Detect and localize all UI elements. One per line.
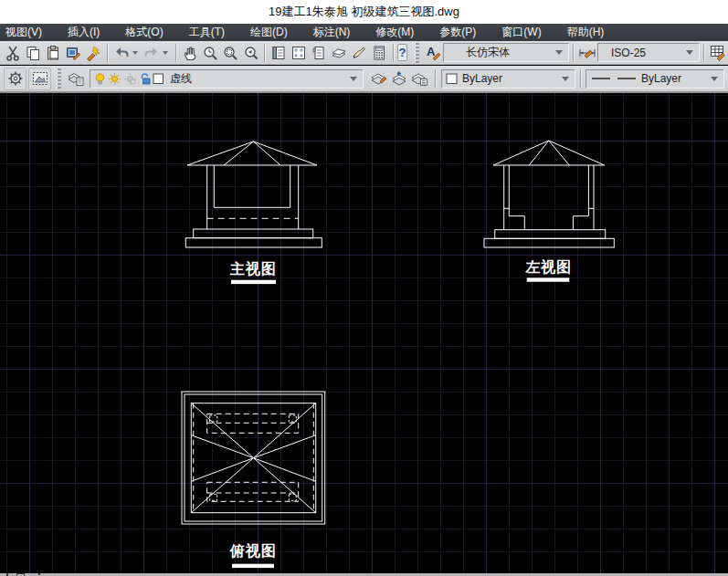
layer-on-bulb-icon[interactable] (94, 72, 106, 86)
menu-insert[interactable]: 插入(I) (55, 24, 112, 41)
table-style-icon[interactable] (708, 43, 728, 63)
left-view-label[interactable]: 左视图 (524, 258, 572, 276)
drawing-canvas[interactable]: 主视图 (0, 93, 728, 573)
menu-view[interactable]: 视图(V) (0, 24, 55, 41)
toolbar-separator (580, 69, 581, 88)
toolbar-grip[interactable] (415, 43, 419, 63)
color-combo[interactable]: ByLayer (441, 69, 575, 89)
zoom-realtime-icon[interactable] (200, 43, 220, 63)
toolbar-separator (703, 44, 704, 62)
design-center-icon[interactable] (289, 43, 309, 63)
menu-format[interactable]: 格式(O) (112, 24, 175, 41)
status-strip-mark (38, 573, 40, 575)
pan-icon[interactable] (180, 43, 200, 63)
undo-icon[interactable] (111, 43, 132, 63)
toolbar-separator (107, 44, 108, 62)
dim-style-combo[interactable]: ISO-25 (597, 43, 700, 62)
toolbar-separator (264, 44, 265, 62)
layer-properties-manager-icon[interactable] (66, 68, 86, 89)
text-style-combo-value: 长仿宋体 (444, 45, 555, 60)
chevron-down-icon (711, 77, 718, 81)
left-view-label-underline (527, 278, 570, 281)
menu-parametric[interactable]: 参数(P) (427, 24, 489, 41)
toolbar-separator (573, 44, 574, 62)
sheet-set-manager-icon[interactable] (329, 43, 349, 63)
menu-dimension[interactable]: 标注(N) (301, 24, 364, 41)
toolbar-separator (435, 69, 436, 88)
layer-previous-icon[interactable] (389, 68, 409, 89)
application-window: 19建工1朱泰旭 初级建筑三视图.dwg 视图(V) 插入(I) 格式(O) 工… (0, 0, 728, 576)
quick-calc-icon[interactable] (369, 43, 389, 63)
front-view-label-underline (231, 280, 276, 284)
layer-thaw-sun-icon[interactable] (108, 72, 121, 86)
properties-palette-icon[interactable] (269, 43, 289, 63)
front-view-drawing[interactable] (185, 141, 322, 247)
paste-special-icon[interactable] (63, 43, 83, 63)
left-view-drawing[interactable] (484, 141, 614, 247)
layer-viewport-freeze-icon[interactable] (123, 72, 137, 86)
match-properties-icon[interactable] (83, 43, 103, 63)
dim-style-icon[interactable] (577, 43, 597, 63)
chevron-down-icon (555, 50, 563, 55)
workspace-gear-icon[interactable] (4, 68, 26, 90)
title-bar: 19建工1朱泰旭 初级建筑三视图.dwg (0, 0, 728, 24)
tool-palettes-icon[interactable] (309, 43, 329, 63)
toolbar-separator (393, 44, 394, 62)
layer-unlock-icon[interactable] (139, 72, 151, 86)
front-view-label[interactable]: 主视图 (229, 260, 277, 278)
text-style-combo[interactable]: 长仿宋体 (443, 43, 569, 62)
linetype-combo-value: ByLayer (638, 72, 711, 85)
layers-toolbar: 虚线 ByLayer ByLayer (0, 66, 728, 93)
zoom-previous-icon[interactable] (240, 43, 260, 63)
linetype-sample-icon (590, 74, 638, 83)
dim-style-combo-value: ISO-25 (598, 47, 686, 59)
cad-drawing[interactable]: 主视图 (0, 93, 728, 573)
layer-combo[interactable]: 虚线 (90, 69, 364, 89)
layer-color-swatch[interactable] (153, 73, 164, 85)
undo-dropdown-caret[interactable] (132, 51, 138, 55)
menu-draw[interactable]: 绘图(D) (237, 24, 301, 41)
color-swatch (446, 73, 459, 85)
chevron-down-icon (686, 50, 693, 55)
copy-icon[interactable] (23, 43, 43, 63)
cut-icon[interactable] (3, 43, 23, 63)
top-view-label[interactable]: 俯视图 (229, 542, 277, 560)
standard-toolbar: ? A 长仿宋体 ISO-25 (0, 41, 728, 65)
plot-preview-icon[interactable] (28, 68, 51, 90)
linetype-combo[interactable]: ByLayer (586, 69, 724, 89)
svg-text:A: A (427, 45, 436, 58)
toolbar-separator (175, 44, 176, 62)
top-view-label-underline (232, 564, 274, 568)
layer-states-icon[interactable] (409, 68, 429, 89)
markup-icon[interactable] (349, 43, 369, 63)
help-icon[interactable]: ? (397, 44, 407, 61)
chevron-down-icon (562, 77, 569, 81)
menu-modify[interactable]: 修改(M) (363, 24, 427, 41)
redo-icon[interactable] (142, 43, 162, 63)
layer-combo-value: 虚线 (164, 71, 350, 87)
text-style-icon[interactable]: A (423, 43, 443, 63)
zoom-window-icon[interactable] (220, 43, 240, 63)
top-view-drawing[interactable] (182, 392, 325, 524)
color-combo-value: ByLayer (459, 72, 562, 85)
chevron-down-icon (350, 77, 357, 81)
toolbar-grip[interactable] (57, 68, 61, 89)
menu-help[interactable]: 帮助(H) (554, 24, 617, 41)
redo-dropdown-caret[interactable] (163, 51, 168, 55)
menu-window[interactable]: 窗口(W) (489, 24, 554, 41)
make-object-layer-current-icon[interactable] (369, 68, 389, 89)
menu-tools[interactable]: 工具(T) (176, 24, 237, 41)
paste-icon[interactable] (43, 43, 63, 63)
menu-bar: 视图(V) 插入(I) 格式(O) 工具(T) 绘图(D) 标注(N) 修改(M… (0, 24, 728, 41)
window-title: 19建工1朱泰旭 初级建筑三视图.dwg (269, 4, 459, 20)
